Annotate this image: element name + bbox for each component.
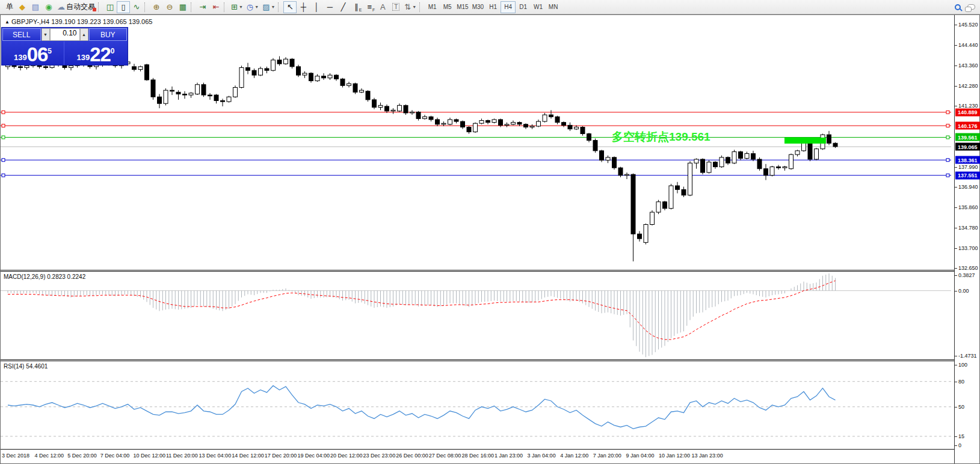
tf-h4[interactable]: H4 — [501, 1, 516, 13]
zoom-in-icon[interactable]: ⊕ — [150, 1, 163, 13]
macd-panel[interactable]: MACD(12,26,9) 0.2823 0.2242 — [1, 272, 954, 359]
candlestick-canvas[interactable] — [1, 15, 954, 270]
collapse-icon[interactable]: ▲ — [5, 19, 10, 25]
chart-annotation-text[interactable]: 多空转折点139.561 — [612, 129, 710, 145]
time-tick-label: 10 Dec 12:00 — [133, 453, 165, 459]
macd-canvas — [1, 272, 954, 359]
time-tick-label: 17 Dec 20:00 — [265, 453, 297, 459]
tf-m5[interactable]: M5 — [440, 1, 455, 13]
search-icon[interactable] — [951, 1, 964, 13]
rsi-line — [8, 386, 836, 429]
time-tick-label: 13 Jan 23:00 — [692, 453, 723, 459]
one-click-trading-panel: SELL ▼ 0.10 ▲ BUY 139 06 5 — [1, 27, 128, 66]
tile-windows-icon[interactable]: ▦ — [176, 1, 190, 13]
time-tick-label: 26 Dec 00:00 — [396, 453, 428, 459]
fibonacci-icon[interactable]: ≡F — [363, 1, 376, 13]
time-tick-label: 4 Dec 12:00 — [35, 453, 64, 459]
buy-price-big: 22 — [90, 46, 111, 64]
symbol-period-label: GBPJPY-,H4 — [11, 18, 49, 25]
green-highlight-bar — [784, 138, 826, 144]
line-price-label: 137.551 — [955, 171, 980, 179]
toolbar-separator — [98, 2, 101, 12]
ohlc-values: 139.190 139.223 139.065 139.065 — [51, 18, 152, 25]
sell-price-big: 06 — [27, 46, 48, 64]
time-tick-label: 23 Dec 23:00 — [363, 453, 396, 459]
periods-icon[interactable]: ◷▼ — [245, 1, 260, 13]
rsi-panel[interactable]: RSI(14) 54.4601 — [1, 361, 954, 449]
new-order-icon[interactable]: ◆ — [16, 1, 29, 13]
volume-increase-button[interactable]: ▲ — [80, 28, 88, 41]
tf-w1[interactable]: W1 — [531, 1, 546, 13]
line-price-label: 140.889 — [955, 108, 980, 116]
line-price-label: 138.361 — [955, 156, 980, 164]
time-tick-label: 5 Dec 20:00 — [67, 453, 97, 459]
community-icon[interactable]: ◉ — [42, 1, 55, 13]
time-tick-label: 19 Dec 04:00 — [297, 453, 330, 459]
sell-button[interactable]: SELL — [2, 28, 41, 41]
time-tick-label: 7 Dec 04:00 — [100, 453, 130, 459]
indicators-icon[interactable]: ⊞▼ — [229, 1, 245, 13]
bar-chart-icon[interactable]: ◫ — [103, 1, 117, 13]
main-chart-plot[interactable]: ▲ GBPJPY-,H4 139.190 139.223 139.065 139… — [1, 15, 954, 270]
volume-input[interactable]: 0.10 — [50, 28, 80, 41]
tf-m30[interactable]: M30 — [470, 1, 485, 13]
rsi-canvas — [1, 361, 954, 449]
macd-signal-line — [8, 281, 836, 340]
buy-price-sup: 0 — [111, 47, 115, 55]
sell-price-button[interactable]: 139 06 5 — [2, 41, 64, 65]
chart-window: ▲ GBPJPY-,H4 139.190 139.223 139.065 139… — [0, 14, 980, 464]
time-tick-label: 27 Dec 08:00 — [429, 453, 461, 459]
toolbar-separator — [419, 2, 422, 12]
orders-menu[interactable]: 单 — [2, 1, 16, 13]
horizontal-line-icon[interactable]: ─ — [323, 1, 336, 13]
tf-m1[interactable]: M1 — [425, 1, 440, 13]
time-tick-label: 20 Dec 12:00 — [330, 453, 363, 459]
time-tick-label: 11 Dec 20:00 — [166, 453, 198, 459]
sell-price-sup: 5 — [48, 47, 52, 55]
buy-price-prefix: 139 — [76, 53, 90, 62]
tf-d1[interactable]: D1 — [516, 1, 531, 13]
tf-h1[interactable]: H1 — [485, 1, 501, 13]
buy-price-button[interactable]: 139 22 0 — [64, 41, 127, 65]
price-axis[interactable]: 145.520144.440143.360142.280141.230137.9… — [954, 15, 979, 463]
toolbar-separator — [191, 2, 194, 12]
time-tick-label: 14 Dec 12:00 — [232, 453, 264, 459]
line-price-label: 139.561 — [955, 133, 980, 141]
sell-price-prefix: 139 — [14, 53, 27, 62]
tf-mn[interactable]: MN — [546, 1, 561, 13]
channel-icon[interactable]: ∥E — [350, 1, 363, 13]
text-icon[interactable]: A — [376, 1, 389, 13]
volume-decrease-button[interactable]: ▼ — [42, 28, 50, 41]
chat-icon[interactable] — [964, 1, 978, 13]
vertical-line-icon[interactable]: │ — [310, 1, 323, 13]
time-tick-label: 4 Jan 12:00 — [560, 453, 588, 459]
market-watch-icon[interactable]: ▤ — [29, 1, 42, 13]
line-price-label: 140.176 — [955, 122, 980, 130]
text-label-icon[interactable]: T — [389, 1, 402, 13]
trendline-icon[interactable]: ╱ — [336, 1, 350, 13]
line-chart-icon[interactable]: ∿ — [130, 1, 143, 13]
candlestick-chart-icon[interactable]: ▯ — [117, 1, 130, 13]
time-tick-label: 3 Jan 04:00 — [528, 453, 556, 459]
auto-trading-button[interactable]: ☁自动交易 — [55, 1, 97, 13]
toolbar: 单◆▤◉☁自动交易◫▯∿⊕⊖▦⇥⇤⊞▼◷▼▨▼↖┼│─╱∥E≡FAT⇅▼M1M5… — [0, 0, 980, 14]
time-tick-label: 7 Jan 20:00 — [593, 453, 621, 459]
crosshair-icon[interactable]: ┼ — [297, 1, 310, 13]
buy-button[interactable]: BUY — [89, 28, 128, 41]
arrows-icon[interactable]: ⇅▼ — [402, 1, 418, 13]
cursor-icon[interactable]: ↖ — [283, 1, 297, 13]
toolbar-separator — [224, 2, 227, 12]
chart-title: ▲ GBPJPY-,H4 139.190 139.223 139.065 139… — [5, 18, 152, 25]
macd-histogram — [8, 273, 836, 357]
chart-shift-icon[interactable]: ⇥ — [196, 1, 209, 13]
tf-m15[interactable]: M15 — [455, 1, 470, 13]
rsi-label: RSI(14) 54.4601 — [4, 363, 48, 370]
zoom-out-icon[interactable]: ⊖ — [163, 1, 176, 13]
time-axis[interactable]: 3 Dec 20184 Dec 12:005 Dec 20:007 Dec 04… — [1, 449, 954, 463]
current-price-label: 139.065 — [955, 143, 980, 151]
macd-label: MACD(12,26,9) 0.2823 0.2242 — [4, 273, 85, 280]
templates-icon[interactable]: ▨▼ — [260, 1, 277, 13]
time-tick-label: 9 Jan 04:00 — [626, 453, 654, 459]
auto-scroll-icon[interactable]: ⇤ — [209, 1, 223, 13]
time-tick-label: 3 Dec 2018 — [2, 453, 29, 459]
